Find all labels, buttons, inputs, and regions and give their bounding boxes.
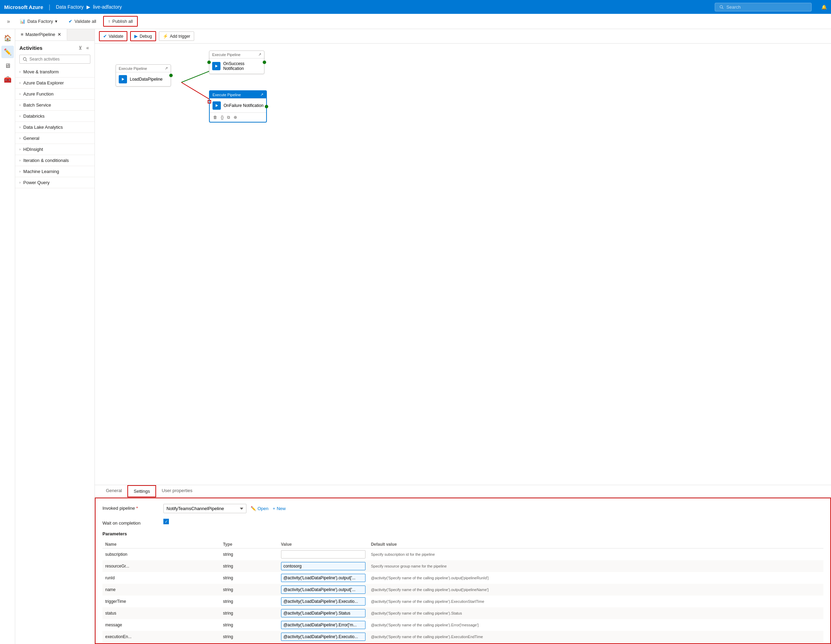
sidebar-icon-home[interactable]: 🏠 [2,32,14,44]
sidebar-toggle-button[interactable]: » [4,17,13,26]
tab-settings[interactable]: Settings [127,485,156,497]
group-label: Azure Data Explorer [23,80,64,86]
param-value-input[interactable] [281,550,366,558]
data-factory-button[interactable]: 📊 Data Factory ▾ [16,17,62,26]
df-chevron: ▾ [55,19,57,24]
param-name: runId [102,572,220,584]
param-name: runDuration [102,642,220,644]
activity-group-header[interactable]: › Iteration & conditionals [15,155,94,166]
tab-close-icon[interactable]: ✕ [57,32,61,37]
collapse-icon-1[interactable]: ⊻ [77,44,83,51]
activity-group-header[interactable]: › General [15,133,94,144]
breadcrumb-item-factory[interactable]: live-adfactory [93,4,122,10]
tab-user-properties[interactable]: User properties [156,485,198,497]
notification-icon[interactable]: 🔔 [821,5,827,10]
col-name: Name [102,541,220,549]
node-header-2: Execute Pipeline ↗ [209,51,264,59]
add-trigger-button[interactable]: ⚡ Add trigger [159,32,194,41]
param-value-input[interactable] [281,633,366,641]
node-load-data-pipeline[interactable]: Execute Pipeline ↗ LoadDataPipeline [116,64,171,86]
validate-button[interactable]: ✔ Validate [99,31,127,41]
param-value-input[interactable] [281,562,366,570]
new-link[interactable]: + New [273,506,286,511]
node-label-2: OnSuccessNotification [223,61,244,71]
wait-on-completion-checkbox[interactable]: ✓ [163,519,169,524]
param-type: string [220,607,278,619]
param-value-input[interactable] [281,621,366,629]
activity-group-header[interactable]: › Machine Learning [15,166,94,177]
pipeline-canvas: Execute Pipeline ↗ LoadDataPipeline Exec… [95,44,831,485]
main-layout: 🏠 ✏️ 🖥 🧰 ≡ MasterPipeline ✕ Activities ⊻… [0,29,831,644]
group-label: Move & transform [23,69,59,75]
icon-sidebar: 🏠 ✏️ 🖥 🧰 [0,29,15,644]
param-value-input[interactable] [281,585,366,594]
chevron-icon: › [19,148,21,151]
tab-general[interactable]: General [100,485,127,497]
node-external-icon-1[interactable]: ↗ [165,66,168,71]
copy-icon[interactable]: ⧉ [226,114,231,121]
edit-icon: ✏️ [251,506,256,511]
code-icon[interactable]: {} [220,114,224,121]
activity-group-header[interactable]: › Azure Function [15,89,94,99]
invoked-pipeline-value: NotifyTeamsChannelPipeline ✏️ Open + New [163,504,285,513]
validate-all-button[interactable]: ✔ Validate all [64,17,100,26]
param-value-cell [278,607,368,619]
sidebar-icon-monitor[interactable]: 🖥 [2,59,14,72]
sidebar-icon-toolbox[interactable]: 🧰 [2,73,14,86]
validate-all-icon: ✔ [68,19,72,24]
chevron-icon: › [19,125,21,129]
sidebar-icon-pencil[interactable]: ✏️ [2,46,14,58]
activities-list: › Move & transform › Azure Data Explorer… [15,67,94,644]
node-onsuccess[interactable]: Execute Pipeline ↗ OnSuccessNotification [209,51,264,74]
invoked-pipeline-label: Invoked pipeline * [102,504,158,511]
debug-icon: ▶ [134,33,138,39]
activity-group-header[interactable]: › Azure Data Explorer [15,78,94,88]
param-value-cell [278,560,368,572]
delete-icon[interactable]: 🗑 [213,114,218,121]
col-value: Value [278,541,368,549]
plus-icon: + [273,506,275,511]
validate-icon: ✔ [103,33,107,39]
global-search-box[interactable] [715,3,812,11]
node-icon-3 [213,102,221,110]
param-value-input[interactable] [281,609,366,617]
param-value-input[interactable] [281,574,366,582]
open-link[interactable]: ✏️ Open [251,506,269,511]
global-search-input[interactable] [726,5,807,10]
invoked-pipeline-select[interactable]: NotifyTeamsChannelPipeline [163,504,247,513]
collapse-icon-2[interactable]: « [85,44,90,51]
activity-group-header[interactable]: › HDInsight [15,144,94,155]
param-type: string [220,631,278,642]
group-label: HDInsight [23,147,43,152]
master-pipeline-tab[interactable]: ≡ MasterPipeline ✕ [15,29,67,40]
activity-group: › Azure Data Explorer [15,78,94,89]
param-type: string [220,584,278,596]
param-name: triggerTime [102,596,220,607]
chevron-icon: › [19,114,21,118]
search-activities-input[interactable] [19,55,90,64]
node-onfailure[interactable]: Execute Pipeline ↗ OnFailure Notificatio… [209,90,267,122]
activity-group-header[interactable]: › Data Lake Analytics [15,122,94,132]
add-icon[interactable]: ⊕ [233,114,238,121]
group-label: Azure Function [23,91,53,97]
param-value-cell [278,572,368,584]
node-icon-2 [212,62,220,70]
activity-group-header[interactable]: › Batch Service [15,100,94,110]
param-name: subscription [102,549,220,561]
df-icon: 📊 [20,19,25,24]
activity-group-header[interactable]: › Power Query [15,177,94,188]
param-default: @activity('Specify name of the calling p… [368,619,823,631]
search-bar [15,53,94,67]
debug-button[interactable]: ▶ Debug [130,31,156,41]
param-value-input[interactable] [281,597,366,606]
node-connector-right-1 [169,74,173,77]
table-row: executionEn... string @activity('Specify… [102,631,823,642]
node-external-icon-2[interactable]: ↗ [258,52,261,57]
tab-icon: ≡ [21,32,24,37]
table-row: runId string @activity('Specify name of … [102,572,823,584]
activity-group-header[interactable]: › Move & transform [15,67,94,77]
node-external-icon-3[interactable]: ↗ [260,92,263,97]
publish-all-button[interactable]: ↑ Publish all [103,16,138,27]
activity-group-header[interactable]: › Databricks [15,111,94,121]
breadcrumb-item-datafactory[interactable]: Data Factory [56,4,83,10]
